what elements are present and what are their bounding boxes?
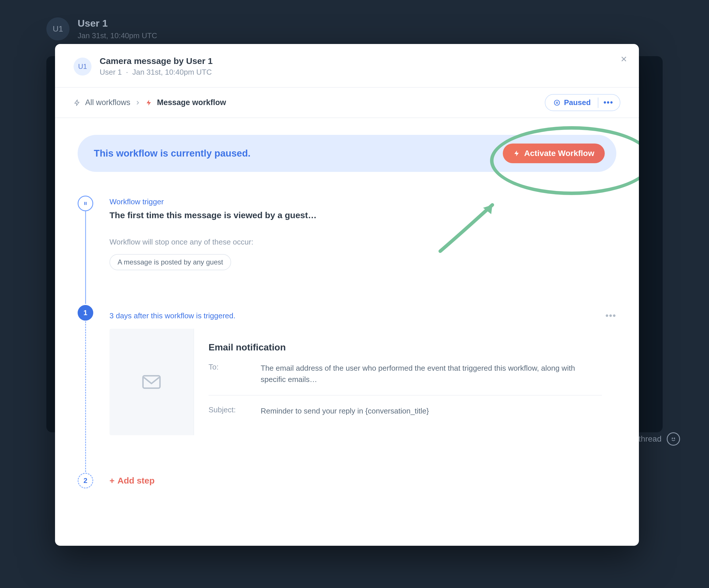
svg-point-0 [672,438,673,439]
close-button[interactable] [618,53,630,65]
bg-user-date: Jan 31st, 10:40pm UTC [78,31,157,40]
status-divider [598,97,598,108]
status-label: Paused [564,98,591,107]
ellipsis-icon: ••• [605,311,616,320]
pause-icon [553,99,560,106]
to-label: To: [209,363,261,385]
breadcrumb-all-workflows[interactable]: All workflows [85,98,130,107]
subject-label: Subject: [209,405,261,417]
trigger-stop-desc: Workflow will stop once any of these occ… [109,237,616,247]
bg-avatar: U1 [46,17,70,40]
timeline-node-2: 2 [78,473,93,488]
bolt-red-icon [146,99,152,106]
to-value: The email address of the user who perfor… [261,363,602,385]
svg-point-1 [674,438,675,439]
mail-icon [109,329,193,435]
add-step-block: + Add step [109,476,616,485]
add-step-label: Add step [117,476,155,485]
svg-rect-3 [143,376,160,388]
trigger-label: Workflow trigger [109,197,616,206]
ellipsis-icon: ••• [604,98,613,107]
timeline-node-trigger [78,196,93,211]
modal-header: U1 Camera message by User 1 User 1 · Jan… [55,44,639,88]
timeline-line-dashed [85,311,86,480]
status-pill[interactable]: Paused [548,96,596,109]
bolt-icon [74,99,80,106]
pause-small-icon [82,200,88,206]
trigger-block[interactable]: Workflow trigger The first time this mes… [109,197,616,270]
modal-title: Camera message by User 1 [100,56,213,66]
paused-banner: This workflow is currently paused. Activ… [78,135,616,172]
bolt-white-icon [513,150,520,157]
bg-user-name: User 1 [78,18,157,29]
email-notification-card[interactable]: Email notification To: The email address… [109,329,616,435]
chevron-right-icon [135,100,141,106]
timeline-node-1: 1 [78,305,93,320]
smile-icon [667,432,680,446]
workflow-timeline: 1 2 Workflow trigger The first time this… [78,197,616,485]
breadcrumb: All workflows Message workflow [74,98,226,107]
step-1-block: 3 days after this workflow is triggered.… [109,311,616,435]
trigger-title: The first time this message is viewed by… [109,211,616,220]
status-group: Paused ••• [545,94,621,111]
breadcrumb-current: Message workflow [157,98,226,107]
step-card-title: Email notification [209,342,602,353]
activate-workflow-button[interactable]: Activate Workflow [503,143,605,163]
modal-body: This workflow is currently paused. Activ… [55,118,639,546]
bg-thread-label: t thread [634,432,680,446]
modal-avatar: U1 [74,58,91,76]
activate-label: Activate Workflow [524,149,594,158]
subject-value: Reminder to send your reply in {conversa… [261,405,602,417]
svg-point-2 [554,100,559,105]
trigger-condition-chip[interactable]: A message is posted by any guest [109,254,231,270]
add-step-button[interactable]: + Add step [109,476,155,485]
bg-user-header: U1 User 1 Jan 31st, 10:40pm UTC [46,17,663,40]
breadcrumb-row: All workflows Message workflow Paused ••… [55,88,639,118]
banner-text: This workflow is currently paused. [94,148,251,159]
step-1-more-button[interactable]: ••• [605,311,616,320]
plus-icon: + [109,476,115,485]
workflow-modal: U1 Camera message by User 1 User 1 · Jan… [55,44,639,546]
timeline-line-solid [85,208,86,304]
status-more-button[interactable]: ••• [600,96,617,109]
close-icon [620,55,628,63]
modal-subtitle: User 1 · Jan 31st, 10:40pm UTC [100,68,213,77]
step-1-label: 3 days after this workflow is triggered. [109,311,235,320]
